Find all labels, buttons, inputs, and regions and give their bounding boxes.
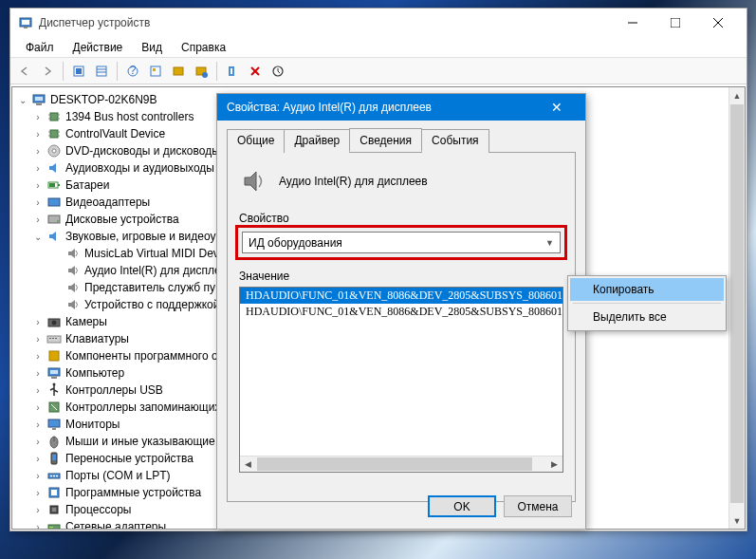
tree-node-label: ControlVault Device bbox=[65, 127, 165, 140]
expander-icon[interactable]: ⌄ bbox=[31, 232, 45, 242]
tree-node-label: Переносные устройства bbox=[65, 452, 194, 465]
minimize-button[interactable] bbox=[611, 9, 654, 37]
expander-icon[interactable]: › bbox=[31, 419, 45, 430]
expander-icon[interactable]: › bbox=[31, 163, 45, 174]
properties-dialog: Свойства: Аудио Intel(R) для дисплеев ✕ … bbox=[216, 93, 586, 530]
speaker-icon bbox=[65, 280, 81, 295]
properties-button[interactable] bbox=[145, 61, 166, 82]
context-separator bbox=[573, 303, 721, 304]
svg-point-38 bbox=[52, 149, 56, 153]
expander-icon[interactable]: › bbox=[31, 180, 45, 191]
value-item[interactable]: HDAUDIO\FUNC_01&VEN_8086&DEV_2805&SUBSYS… bbox=[240, 304, 562, 320]
computer-icon bbox=[31, 92, 46, 107]
svg-point-65 bbox=[53, 475, 55, 477]
menu-action[interactable]: Действие bbox=[64, 38, 133, 57]
close-button[interactable] bbox=[696, 9, 739, 37]
svg-point-64 bbox=[50, 475, 52, 477]
expander-icon[interactable]: › bbox=[31, 402, 45, 413]
svg-rect-4 bbox=[671, 18, 680, 28]
show-hidden-button[interactable] bbox=[68, 61, 89, 82]
scroll-thumb[interactable] bbox=[730, 104, 744, 503]
tree-node-label: Видеоадаптеры bbox=[65, 196, 150, 209]
menu-file[interactable]: Файл bbox=[16, 38, 64, 57]
toolbar-extra1[interactable] bbox=[168, 61, 189, 82]
portable-icon bbox=[46, 451, 62, 466]
disk-icon bbox=[46, 212, 62, 227]
property-dropdown[interactable]: ИД оборудования ▼ bbox=[242, 232, 561, 253]
vertical-scrollbar[interactable]: ▲ ▼ bbox=[728, 87, 745, 529]
svg-rect-53 bbox=[50, 370, 58, 374]
forward-button[interactable] bbox=[37, 61, 58, 82]
device-name-label: Аудио Intel(R) для дисплеев bbox=[279, 175, 428, 188]
tree-node-label: Клавиатуры bbox=[65, 332, 129, 345]
expander-icon[interactable]: › bbox=[31, 368, 45, 379]
expander-icon[interactable]: › bbox=[31, 488, 45, 498]
uninstall-button[interactable] bbox=[245, 61, 266, 82]
expander-icon[interactable]: › bbox=[31, 385, 45, 396]
expander-icon[interactable]: › bbox=[31, 471, 45, 481]
expander-icon[interactable]: › bbox=[31, 351, 45, 362]
tab-details[interactable]: Сведения bbox=[349, 128, 422, 152]
tree-node-label: Аудиовходы и аудиовыходы bbox=[65, 161, 214, 175]
expander-icon[interactable]: › bbox=[31, 214, 45, 225]
svg-rect-27 bbox=[50, 113, 58, 121]
scroll-down-arrow[interactable]: ▼ bbox=[729, 512, 745, 529]
help-button[interactable]: ? bbox=[122, 61, 143, 82]
svg-rect-1 bbox=[22, 20, 29, 25]
expander-icon[interactable]: › bbox=[31, 454, 45, 464]
view-button[interactable] bbox=[91, 61, 112, 82]
context-menu: Копировать Выделить все bbox=[567, 275, 727, 331]
svg-point-44 bbox=[57, 220, 59, 222]
dialog-titlebar[interactable]: Свойства: Аудио Intel(R) для дисплеев ✕ bbox=[217, 94, 585, 121]
menu-help[interactable]: Справка bbox=[172, 38, 235, 57]
component-icon bbox=[46, 348, 62, 363]
value-item-selected[interactable]: HDAUDIO\FUNC_01&VEN_8086&DEV_2805&SUBSYS… bbox=[240, 288, 562, 304]
tree-node-label: Порты (COM и LPT) bbox=[65, 469, 171, 482]
tab-events[interactable]: События bbox=[421, 129, 489, 153]
update-button[interactable] bbox=[267, 61, 288, 82]
svg-rect-20 bbox=[230, 68, 232, 74]
keyboard-icon bbox=[46, 331, 62, 346]
context-select-all[interactable]: Выделить все bbox=[570, 306, 724, 328]
expander-icon[interactable]: › bbox=[31, 317, 45, 327]
scroll-up-arrow[interactable]: ▲ bbox=[729, 87, 745, 103]
expander-icon[interactable]: › bbox=[31, 437, 45, 447]
value-listbox[interactable]: HDAUDIO\FUNC_01&VEN_8086&DEV_2805&SUBSYS… bbox=[239, 287, 563, 473]
hscroll-thumb[interactable] bbox=[257, 457, 532, 471]
titlebar[interactable]: Диспетчер устройств bbox=[10, 9, 747, 37]
expander-icon[interactable]: › bbox=[31, 522, 45, 531]
scan-button[interactable] bbox=[222, 61, 243, 82]
scroll-left-arrow[interactable]: ◀ bbox=[240, 457, 256, 472]
horizontal-scrollbar[interactable]: ◀ ▶ bbox=[240, 456, 562, 472]
tab-general[interactable]: Общие bbox=[227, 129, 285, 153]
mouse-icon bbox=[46, 434, 62, 449]
expander-icon[interactable]: ⌄ bbox=[16, 95, 29, 105]
tab-driver[interactable]: Драйвер bbox=[284, 129, 350, 153]
svg-point-18 bbox=[202, 72, 208, 78]
svg-point-73 bbox=[51, 527, 53, 529]
cancel-button[interactable]: Отмена bbox=[504, 495, 572, 517]
menu-view[interactable]: Вид bbox=[132, 38, 172, 57]
expander-icon[interactable]: › bbox=[31, 334, 45, 345]
svg-rect-41 bbox=[49, 183, 55, 187]
maximize-button[interactable] bbox=[654, 9, 696, 37]
tree-node-label: Мониторы bbox=[65, 418, 120, 431]
expander-icon[interactable]: › bbox=[31, 112, 45, 122]
svg-rect-50 bbox=[55, 338, 57, 339]
scroll-right-arrow[interactable]: ▶ bbox=[546, 457, 562, 472]
expander-icon[interactable]: › bbox=[31, 146, 45, 157]
context-copy[interactable]: Копировать bbox=[570, 278, 724, 301]
disc-icon bbox=[46, 143, 62, 158]
svg-rect-32 bbox=[50, 130, 58, 138]
toolbar: ? bbox=[10, 58, 747, 84]
ok-button[interactable]: OK bbox=[428, 495, 496, 517]
expander-icon[interactable]: › bbox=[31, 129, 45, 140]
chevron-down-icon: ▼ bbox=[545, 238, 554, 248]
toolbar-extra2[interactable] bbox=[191, 61, 212, 82]
back-button[interactable] bbox=[14, 61, 35, 82]
dialog-close-button[interactable]: ✕ bbox=[538, 94, 576, 121]
property-selected-value: ИД оборудования bbox=[249, 236, 342, 250]
expander-icon[interactable]: › bbox=[31, 197, 45, 208]
expander-icon[interactable]: › bbox=[31, 505, 45, 515]
svg-rect-15 bbox=[153, 68, 156, 71]
